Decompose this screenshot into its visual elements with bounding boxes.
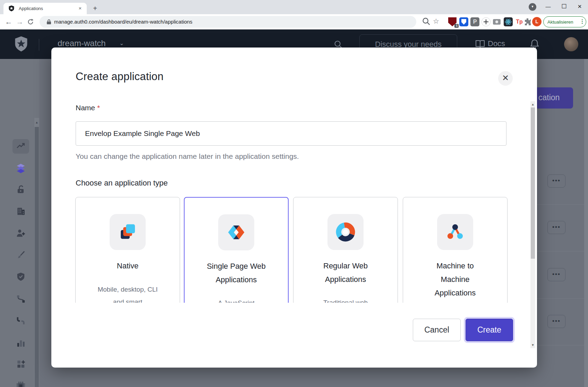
modal-scroll-up-icon[interactable]: ▲: [530, 103, 535, 106]
row-menu-button[interactable]: •••: [547, 315, 565, 328]
organizations-building-icon[interactable]: [14, 204, 28, 218]
table-row-divider: [537, 298, 584, 299]
modal-scrollbar[interactable]: ▲ ▼: [530, 101, 535, 348]
application-name-input[interactable]: [76, 121, 506, 146]
reload-button[interactable]: [27, 18, 34, 25]
tp-extension-icon[interactable]: Tp: [515, 17, 524, 26]
window-maximize-button[interactable]: ☐: [559, 1, 570, 12]
card-title: Regular Web Applications: [293, 259, 398, 286]
create-application-fragment: cation: [538, 93, 560, 102]
window-minimize-button[interactable]: —: [543, 1, 554, 12]
user-avatar[interactable]: [564, 37, 578, 51]
card-description: Mobile, desktop, CLI and smart: [76, 283, 180, 303]
actions-flow-icon[interactable]: [14, 292, 28, 306]
app-type-card-machine-to-machine[interactable]: Machine to Machine Applications: [403, 197, 508, 303]
extensions-puzzle-icon[interactable]: [524, 18, 531, 25]
ublock-badge: 4: [454, 24, 459, 28]
single-page-app-icon: [218, 214, 254, 250]
forward-button[interactable]: →: [15, 17, 24, 26]
chrome-profile-chevron-icon[interactable]: ▼: [529, 3, 536, 11]
machine-to-machine-icon: [437, 214, 473, 250]
camera-extension-icon[interactable]: [493, 17, 502, 26]
modal-scrollbar-thumb[interactable]: [531, 108, 535, 259]
move-crosshair-extension-icon[interactable]: [482, 17, 491, 26]
scroll-up-icon[interactable]: ▲: [34, 121, 39, 124]
table-row-divider: [537, 345, 584, 345]
security-shield-icon[interactable]: [14, 270, 28, 284]
sidebar-scrollbar-thumb[interactable]: [35, 127, 39, 387]
analytics-icon[interactable]: [14, 139, 28, 153]
native-icon: [110, 214, 146, 250]
auth-pipeline-icon[interactable]: [14, 314, 28, 328]
choose-type-label: Choose an application type: [76, 179, 168, 188]
p-extension-letter: P: [473, 19, 477, 25]
lock-icon: [46, 19, 51, 25]
modal-title: Create application: [76, 70, 163, 83]
user-management-icon[interactable]: [14, 226, 28, 240]
cancel-button[interactable]: Cancel: [413, 319, 461, 341]
table-row-divider: [537, 251, 584, 251]
row-menu-button[interactable]: •••: [547, 174, 565, 188]
name-helper-text: You can change the application name late…: [76, 152, 299, 161]
card-description: A JavaScript: [185, 297, 288, 303]
app-type-card-regular-web[interactable]: Regular Web Applications Traditional web: [293, 197, 398, 303]
chrome-update-button[interactable]: Aktualisieren ⋮: [543, 16, 586, 27]
create-application-button-behind-modal[interactable]: cation: [537, 87, 573, 109]
card-title: Single Page Web Applications: [185, 259, 288, 286]
tab-title: Applications: [19, 6, 43, 11]
header-divider: [39, 39, 39, 51]
close-icon: ✕: [502, 73, 509, 83]
extensions-chip-icon[interactable]: [14, 379, 28, 387]
app-type-card-single-page[interactable]: Single Page Web Applications A JavaScrip…: [184, 197, 289, 303]
new-tab-button[interactable]: +: [91, 5, 99, 13]
marketplace-icon[interactable]: [14, 357, 28, 371]
window-close-button[interactable]: ✕: [574, 1, 585, 12]
bookmark-star-icon[interactable]: ☆: [433, 17, 439, 25]
tp-extension-letters: Tp: [516, 19, 523, 25]
sidebar-scrollbar[interactable]: ▲ ▼: [34, 118, 39, 387]
profile-initial: L: [535, 19, 538, 24]
url-bar[interactable]: manage.auth0.com/dashboard/eu/dream-watc…: [40, 16, 416, 28]
app-type-card-native[interactable]: Native Mobile, desktop, CLI and smart: [75, 197, 180, 303]
modal-close-button[interactable]: ✕: [498, 71, 513, 86]
browser-tab[interactable]: Applications ×: [3, 3, 87, 14]
docs-link[interactable]: Docs: [488, 39, 505, 48]
monitoring-bars-icon[interactable]: [14, 336, 28, 350]
chrome-profile-avatar[interactable]: L: [532, 17, 542, 26]
react-devtools-extension-icon[interactable]: [504, 17, 513, 26]
row-menu-button[interactable]: •••: [547, 268, 565, 281]
browser-toolbar: ← → manage.auth0.com/dashboard/eu/dream-…: [0, 14, 588, 29]
card-title: Machine to Machine Applications: [403, 259, 507, 300]
tenant-switcher[interactable]: dream-watch: [58, 38, 106, 48]
update-button-label: Aktualisieren: [547, 19, 573, 25]
name-label: Name *: [76, 104, 100, 112]
p-extension-icon[interactable]: P: [470, 17, 479, 26]
auth0-logo-icon: [15, 36, 28, 52]
required-asterisk: *: [97, 104, 100, 112]
bitwarden-extension-icon[interactable]: [459, 17, 468, 26]
url-text: manage.auth0.com/dashboard/eu/dream-watc…: [54, 19, 193, 25]
card-description: Traditional web: [293, 296, 398, 303]
authentication-lock-icon[interactable]: [14, 182, 28, 196]
zoom-indicator-icon[interactable]: [422, 17, 431, 26]
application-type-cards: Native Mobile, desktop, CLI and smart Si…: [51, 197, 537, 303]
branding-brush-icon[interactable]: [14, 248, 28, 261]
browser-tab-strip: Applications × + ▼ — ☐ ✕: [0, 0, 588, 14]
modal-scroll-down-icon[interactable]: ▼: [530, 343, 535, 347]
back-button[interactable]: ←: [4, 17, 13, 26]
card-title: Native: [76, 259, 180, 273]
create-application-modal: Create application ✕ Name * You can chan…: [51, 48, 537, 368]
table-row-divider: [537, 204, 584, 205]
regular-web-app-icon: [327, 214, 364, 250]
create-button[interactable]: Create: [466, 319, 513, 341]
auth0-favicon-icon: [8, 5, 15, 11]
ublock-extension-icon[interactable]: 4: [448, 17, 457, 26]
tab-close-icon[interactable]: ×: [77, 5, 83, 11]
sidebar-nav: ? ▲ ▼: [0, 59, 39, 387]
row-menu-button[interactable]: •••: [547, 221, 565, 234]
chrome-menu-kebab-icon[interactable]: ⋮: [580, 18, 585, 25]
tenant-chevron-down-icon: ⌄: [119, 40, 124, 46]
applications-layers-icon[interactable]: [14, 161, 28, 175]
page-scrollbar[interactable]: [584, 59, 588, 387]
